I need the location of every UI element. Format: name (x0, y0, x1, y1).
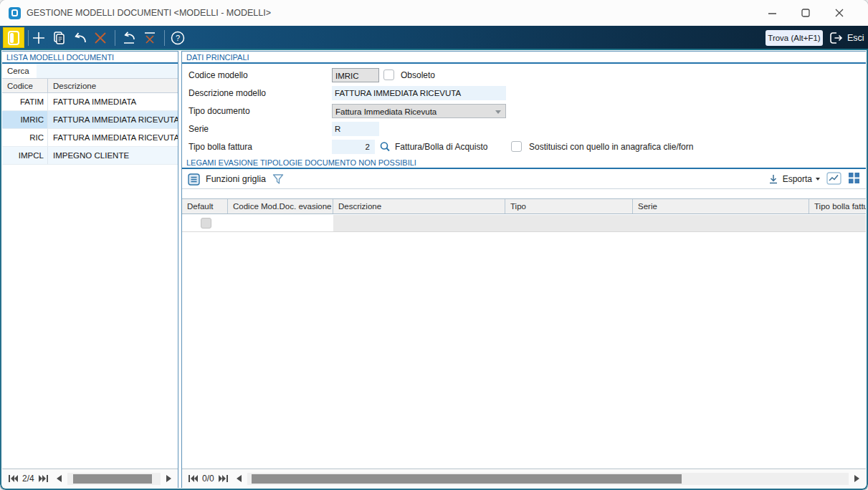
undo-arrow-icon (72, 31, 87, 45)
grid-row-disabled-cells (333, 215, 866, 231)
scroll-right-button[interactable] (850, 473, 863, 484)
tipo-documento-value: Fattura Immediata Ricevuta (335, 107, 437, 116)
record-position: 2/4 (22, 474, 34, 484)
exit-icon (828, 30, 844, 46)
serie-label: Serie (189, 122, 209, 136)
codice-modello-label: Codice modello (189, 68, 248, 82)
undo-button[interactable] (70, 28, 90, 48)
esporta-label: Esporta (783, 174, 812, 184)
horizontal-scrollbar[interactable] (67, 473, 161, 485)
grid-header: Default Codice Mod.Doc. evasione Descriz… (182, 198, 866, 214)
lista-modelli-panel: LISTA MODELLI DOCUMENTI Cerca Codice Des… (2, 51, 178, 488)
sostituisci-checkbox[interactable] (511, 141, 522, 152)
serie-field[interactable]: R (332, 122, 379, 136)
first-record-button[interactable] (186, 473, 199, 484)
horizontal-scrollbar[interactable] (247, 473, 849, 485)
column-descrizione[interactable]: Descrizione (48, 79, 178, 92)
row-codice: IMPCL (2, 147, 48, 164)
tipo-bolla-field[interactable]: 2 (332, 140, 375, 154)
toolbar-separator (115, 30, 115, 46)
maximize-button[interactable] (794, 2, 817, 24)
app-logo-icon (9, 7, 21, 19)
search-row: Cerca (2, 64, 178, 79)
grid-col-default[interactable]: Default (182, 199, 228, 213)
tipo-documento-dropdown[interactable]: Fattura Immediata Ricevuta (332, 104, 506, 118)
sostituisci-label: Sostituisci con quello in anagrafica cli… (529, 140, 693, 154)
svg-text:?: ? (176, 34, 180, 42)
help-button[interactable]: ? (168, 28, 188, 48)
last-record-button[interactable] (37, 473, 50, 484)
grid-view-button[interactable] (848, 172, 860, 186)
scrollbar-thumb[interactable] (252, 474, 682, 484)
chart-view-button[interactable] (826, 172, 841, 187)
first-record-button[interactable] (6, 473, 19, 484)
codice-modello-field[interactable]: IMRIC (332, 68, 379, 82)
grid-col-codice[interactable]: Codice Mod.Doc. evasione (228, 199, 333, 213)
cross-icon (93, 31, 108, 45)
form-row-tipo-bolla: Tipo bolla fattura 2 Fattura/Bolla di Ac… (182, 140, 866, 154)
funzioni-griglia-button[interactable]: Funzioni griglia (188, 173, 266, 186)
minimize-button[interactable] (760, 2, 783, 24)
tipo-bolla-descrizione: Fattura/Bolla di Acquisto (395, 140, 487, 154)
chart-icon (826, 172, 841, 185)
grid-functions-icon (188, 173, 200, 186)
dati-principali-header: DATI PRINCIPALI (182, 52, 866, 64)
scroll-left-button[interactable] (53, 473, 66, 484)
search-label: Cerca (2, 64, 37, 78)
default-checkbox[interactable] (201, 218, 211, 229)
scroll-right-button[interactable] (162, 473, 175, 484)
column-codice[interactable]: Codice (2, 79, 48, 92)
undo-all-button[interactable] (119, 28, 139, 48)
filter-funnel-icon (272, 173, 285, 186)
form-row-descrizione-modello: Descrizione modello FATTURA IMMEDIATA RI… (182, 86, 866, 100)
active-module-button[interactable] (3, 27, 24, 48)
grid-col-tipo[interactable]: Tipo (505, 199, 633, 213)
list-row[interactable]: IMRIC FATTURA IMMEDIATA RICEVUTA (2, 111, 178, 129)
search-input[interactable] (37, 64, 178, 78)
row-descrizione: IMPEGNO CLIENTE (48, 147, 178, 164)
tipo-bolla-lookup-button[interactable] (379, 141, 391, 155)
main-toolbar: ? Trova (Alt+F1) Esci (0, 26, 868, 50)
descrizione-modello-label: Descrizione modello (189, 86, 266, 100)
title-bar: GESTIONE MODELLI DOCUMENTI <MODELLI - MO… (0, 0, 868, 26)
obsoleto-label: Obsoleto (401, 68, 435, 82)
legami-header: LEGAMI EVASIONE TIPOLOGIE DOCUMENTO NON … (182, 157, 866, 169)
esporta-button[interactable]: Esporta (768, 173, 820, 185)
list-row[interactable]: RIC FATTURA IMMEDIATA RICEVUTA (2, 129, 178, 147)
form-row-tipo-documento: Tipo documento Fattura Immediata Ricevut… (182, 104, 866, 118)
last-record-button[interactable] (217, 473, 230, 484)
close-button[interactable] (828, 2, 851, 24)
new-button[interactable] (29, 28, 49, 48)
list-pager: 2/4 (2, 469, 178, 488)
record-position: 0/0 (202, 474, 214, 484)
obsoleto-checkbox[interactable] (383, 69, 394, 80)
list-row[interactable]: FATIM FATTURA IMMEDIATA (2, 93, 178, 111)
esci-button[interactable]: Esci (828, 29, 864, 47)
row-codice: RIC (2, 129, 48, 146)
funzioni-griglia-label: Funzioni griglia (206, 174, 266, 184)
delete-all-button[interactable] (140, 28, 160, 48)
row-descrizione: FATTURA IMMEDIATA RICEVUTA (48, 111, 178, 128)
filter-button[interactable] (272, 173, 285, 186)
row-codice: IMRIC (2, 111, 48, 128)
lista-modelli-header: LISTA MODELLI DOCUMENTI (2, 52, 178, 64)
help-icon: ? (170, 30, 186, 46)
module-document-icon (8, 31, 19, 45)
grid-col-serie[interactable]: Serie (633, 199, 809, 213)
chevron-down-icon (816, 178, 820, 181)
trova-button[interactable]: Trova (Alt+F1) (766, 30, 823, 46)
grid-toolbar: Funzioni griglia Esporta (182, 169, 866, 189)
scrollbar-thumb[interactable] (73, 474, 152, 484)
chevron-down-icon (495, 110, 501, 114)
window-title: GESTIONE MODELLI DOCUMENTI <MODELLI - MO… (27, 0, 271, 26)
scroll-left-button[interactable] (233, 473, 246, 484)
esci-label: Esci (847, 33, 864, 43)
grid-col-tipo-bolla[interactable]: Tipo bolla fattura (809, 199, 866, 213)
tipo-documento-label: Tipo documento (189, 104, 250, 118)
copy-button[interactable] (49, 28, 69, 48)
grid-col-descrizione[interactable]: Descrizione (333, 199, 505, 213)
grid-row[interactable] (182, 215, 866, 232)
delete-button[interactable] (90, 28, 110, 48)
descrizione-modello-field[interactable]: FATTURA IMMEDIATA RICEVUTA (332, 86, 506, 100)
list-row[interactable]: IMPCL IMPEGNO CLIENTE (2, 147, 178, 165)
